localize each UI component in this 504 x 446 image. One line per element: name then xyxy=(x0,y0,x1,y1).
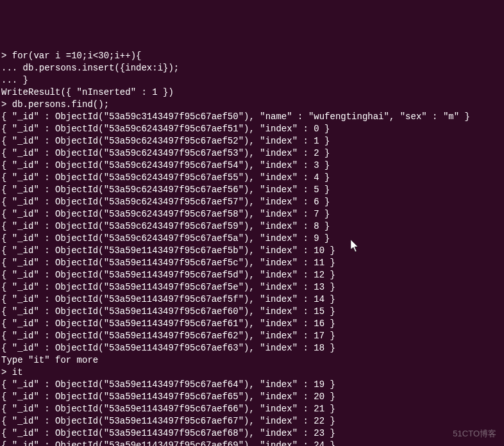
result-row: { "_id" : ObjectId("53a59c6243497f95c67a… xyxy=(1,135,503,147)
watermark: 51CTO博客 xyxy=(453,427,496,440)
result-row: { "_id" : ObjectId("53a59e1143497f95c67a… xyxy=(1,342,503,354)
result-row: { "_id" : ObjectId("53a59c6243497f95c67a… xyxy=(1,123,503,135)
result-row: { "_id" : ObjectId("53a59c6243497f95c67a… xyxy=(1,196,503,208)
result-row: { "_id" : ObjectId("53a59e1143497f95c67a… xyxy=(1,330,503,342)
command-line: > it xyxy=(1,367,503,379)
result-row: { "_id" : ObjectId("53a59e1143497f95c67a… xyxy=(1,245,503,257)
result-row: { "_id" : ObjectId("53a59e1143497f95c67a… xyxy=(1,440,503,446)
result-row: { "_id" : ObjectId("53a59e1143497f95c67a… xyxy=(1,318,503,330)
type-it-hint: Type "it" for more xyxy=(1,354,503,367)
result-row: { "_id" : ObjectId("53a59c6243497f95c67a… xyxy=(1,184,503,196)
input-line: > for(var i =10;i<30;i++){ xyxy=(1,50,503,62)
result-row: { "_id" : ObjectId("53a59e1143497f95c67a… xyxy=(1,403,503,415)
result-row: { "_id" : ObjectId("53a59e1143497f95c67a… xyxy=(1,281,503,293)
result-row: { "_id" : ObjectId("53a59c6243497f95c67a… xyxy=(1,233,503,245)
result-row: { "_id" : ObjectId("53a59e1143497f95c67a… xyxy=(1,293,503,306)
terminal-output[interactable]: > for(var i =10;i<30;i++){... db.persons… xyxy=(1,50,503,446)
result-row: { "_id" : ObjectId("53a59c3143497f95c67a… xyxy=(1,111,503,123)
result-row: { "_id" : ObjectId("53a59c6243497f95c67a… xyxy=(1,172,503,184)
result-row: { "_id" : ObjectId("53a59e1143497f95c67a… xyxy=(1,306,503,318)
result-row: { "_id" : ObjectId("53a59e1143497f95c67a… xyxy=(1,379,503,391)
result-row: { "_id" : ObjectId("53a59e1143497f95c67a… xyxy=(1,415,503,427)
command-line: > db.persons.find(); xyxy=(1,99,503,111)
result-row: { "_id" : ObjectId("53a59e1143497f95c67a… xyxy=(1,257,503,269)
result-row: { "_id" : ObjectId("53a59c6243497f95c67a… xyxy=(1,208,503,220)
result-row: { "_id" : ObjectId("53a59c6243497f95c67a… xyxy=(1,147,503,160)
result-row: { "_id" : ObjectId("53a59e1143497f95c67a… xyxy=(1,427,503,440)
result-row: { "_id" : ObjectId("53a59e1143497f95c67a… xyxy=(1,269,503,281)
input-line: ... db.persons.insert({index:i}); xyxy=(1,62,503,74)
result-row: { "_id" : ObjectId("53a59c6243497f95c67a… xyxy=(1,220,503,233)
input-line: ... } xyxy=(1,74,503,87)
result-row: { "_id" : ObjectId("53a59e1143497f95c67a… xyxy=(1,391,503,403)
result-row: { "_id" : ObjectId("53a59c6243497f95c67a… xyxy=(1,160,503,172)
write-result: WriteResult({ "nInserted" : 1 }) xyxy=(1,87,503,99)
